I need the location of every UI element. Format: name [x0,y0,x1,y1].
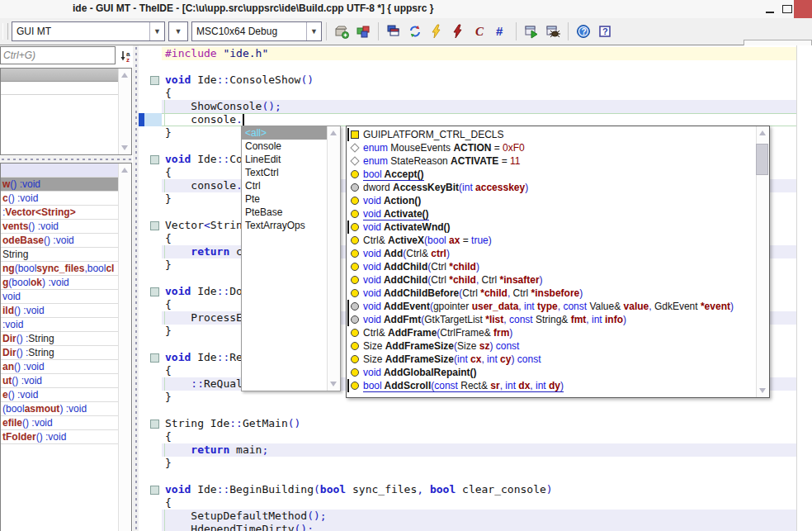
rebuild-lightning-button[interactable] [447,21,469,42]
symbol-list-row[interactable] [1,82,131,95]
function-list-item[interactable]: odeBase() : void [1,234,119,248]
scroll-up-icon[interactable] [121,73,128,78]
fold-marker-icon[interactable] [150,155,159,164]
filter-list-scrollbar[interactable] [327,126,340,391]
code-line[interactable]: console. [139,113,812,126]
member-row[interactable]: void AddEvent(gpointer user_data, int ty… [347,300,757,313]
symbol-list-panel[interactable] [0,68,132,155]
function-list-item[interactable]: Dir() : String [1,332,119,346]
code-line[interactable]: } [139,457,812,470]
function-list-item[interactable] [1,164,119,178]
assist-popup-member-list[interactable]: GUIPLATFORM_CTRL_DECLSenum MouseEvents A… [346,126,770,398]
fold-marker-icon[interactable] [150,420,159,429]
member-row[interactable]: void Activate() [347,207,757,220]
function-list-item[interactable]: w() : void [1,178,119,192]
build-lightning-button[interactable] [426,21,447,42]
function-list-item[interactable]: ut() : void [1,374,119,388]
code-line[interactable]: #include "ide.h" [139,47,812,60]
code-line[interactable]: { [139,87,812,100]
function-list-item[interactable]: ild() : void [1,304,119,318]
code-line[interactable]: void Ide::ConsoleShow() [139,73,812,87]
function-list-item[interactable]: (bool asmout) : void [1,402,119,416]
member-row[interactable]: void Action() [347,194,757,207]
scroll-up-icon[interactable] [759,130,766,135]
function-list-item[interactable]: String [1,248,119,262]
member-list-scrollbar[interactable] [756,126,769,397]
sidebar-editor-splitter[interactable] [133,45,139,531]
code-line[interactable]: HdependTimeDirty(); [139,523,812,531]
clean-c-button[interactable]: C [469,21,490,42]
function-list-item[interactable]: c() : void [1,192,119,206]
scrollbar-thumb[interactable] [756,144,768,175]
member-row[interactable]: void AddFmt(GtkTargetList *list, const S… [347,313,757,326]
member-row[interactable]: void AddChildBefore(Ctrl *child, Ctrl *i… [347,287,757,300]
scroll-down-icon[interactable] [759,388,766,393]
function-list-item[interactable]: : void [1,318,119,332]
function-list-item[interactable]: void [1,290,119,304]
chevron-down-icon[interactable]: ▼ [149,22,164,40]
debug-window-button[interactable] [542,21,564,42]
scroll-down-icon[interactable] [121,145,128,150]
function-list-item[interactable]: efile() : void [1,416,119,430]
code-line[interactable] [139,404,812,417]
function-list-item[interactable]: : Vector<String> [1,206,119,220]
fold-marker-icon[interactable] [150,76,159,85]
function-list-item[interactable]: g(bool ok) : void [1,276,119,290]
close-button[interactable] [794,0,812,18]
fold-marker-icon[interactable] [150,287,159,296]
code-line[interactable]: return main; [139,443,812,457]
chevron-down-icon[interactable]: ▼ [306,22,321,40]
member-row[interactable]: Ctrl& AddFrame(CtrlFrame& frm) [347,326,757,339]
member-row[interactable]: GUIPLATFORM_CTRL_DECLS [347,128,757,141]
filter-item[interactable]: LineEdit [242,153,328,166]
function-list-item[interactable]: Dir() : String [1,346,119,360]
function-list-item[interactable]: ng(bool sync_files, bool cl [1,262,119,276]
code-line[interactable]: { [139,496,812,510]
member-row[interactable]: bool Accept() [347,168,757,181]
help-topics-button[interactable]: ? [594,21,616,42]
assist-popup-filter-list[interactable]: <all>ConsoleLineEditTextCtrlCtrlPtePteBa… [241,126,341,391]
fold-marker-icon[interactable] [150,353,159,363]
member-row[interactable]: void AddGlobalRepaint() [347,366,757,379]
filter-item[interactable]: <all> [242,126,328,140]
filter-item[interactable]: Ctrl [242,179,328,192]
function-list-item[interactable]: an() : void [1,360,119,374]
member-row[interactable]: void Add(Ctrl& ctrl) [347,247,757,260]
member-row[interactable]: Size AddFrameSize(int cx, int cy) const [347,353,757,366]
code-line[interactable]: void Ide::BeginBuilding(bool sync_files,… [139,483,812,496]
maximize-button[interactable] [779,0,795,18]
preprocess-hash-button[interactable]: # [490,21,512,42]
member-row[interactable]: void AddChild(Ctrl *child, Ctrl *insafte… [347,273,757,287]
fold-marker-icon[interactable] [150,486,159,495]
minimize-button[interactable] [761,0,779,18]
fold-marker-icon[interactable] [150,221,159,230]
member-row[interactable]: Size AddFrameSize(Size sz) const [347,339,757,353]
filter-item[interactable]: TextCtrl [242,166,328,179]
assembly-cubes-button[interactable] [352,21,374,42]
code-line[interactable]: SetupDefaultMethod(); [139,510,812,523]
function-list-item[interactable]: e() : void [1,388,119,402]
function-list-scrollbar[interactable] [118,164,131,531]
filter-item[interactable]: TextArrayOps [242,219,328,232]
code-line[interactable]: ShowConsole(); [139,100,812,113]
member-row[interactable]: void ActivateWnd() [347,220,757,234]
filter-item[interactable]: Pte [242,192,328,206]
member-row[interactable]: Ctrl& ActiveX(bool ax = true) [347,234,757,247]
code-line[interactable] [139,470,812,483]
function-list-item[interactable]: tFolder() : void [1,430,119,444]
code-line[interactable]: String Ide::GetMain() [139,417,812,430]
member-row[interactable]: void AddChild(Ctrl *child) [347,260,757,273]
scroll-down-icon[interactable] [330,382,337,386]
member-row[interactable]: enum StateReason ACTIVATE = 11 [347,154,757,168]
search-input[interactable]: Ctrl+G) [0,46,116,64]
sync-refresh-button[interactable] [404,21,426,42]
package-dropdown-button[interactable]: ▼ [168,21,188,41]
build-method-combo[interactable]: MSC10x64 Debug ▼ [191,21,322,41]
build-methods-button[interactable] [383,21,404,42]
sidebar-horizontal-splitter[interactable] [0,156,132,163]
package-add-button[interactable] [331,21,352,42]
scroll-up-icon[interactable] [121,168,128,173]
scroll-up-icon[interactable] [330,130,337,135]
member-row[interactable]: dword AccessKeyBit(int accesskey) [347,181,757,194]
filter-item[interactable]: Console [242,140,328,153]
